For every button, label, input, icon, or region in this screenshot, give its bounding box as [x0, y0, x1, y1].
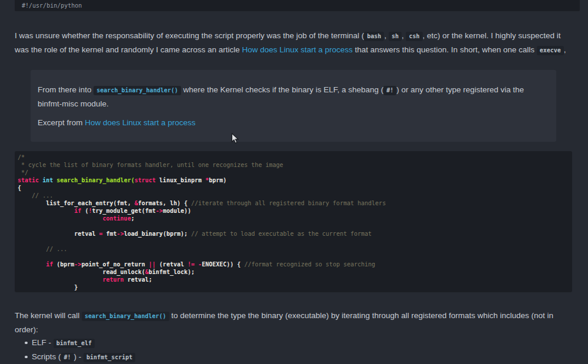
text-segment: ELF -: [32, 338, 54, 347]
code-line: * cycle the list of binary formats handl…: [18, 161, 572, 169]
shebang-code-block: #!/usr/bin/python: [15, 0, 580, 11]
explanation-paragraph: The kernel will call search_binary_handl…: [15, 309, 573, 336]
code-line: read_unlock(&binfmt_lock);: [18, 268, 572, 276]
quote-attribution: Excerpt from How does Linux start a proc…: [38, 116, 533, 129]
inline-code: execve: [537, 46, 564, 55]
shebang-code-text: #!/usr/bin/python: [15, 2, 82, 9]
text-segment: From there into: [38, 85, 93, 94]
text-segment: where the Kernel checks if the binary is…: [181, 85, 383, 94]
inline-code: sh: [389, 32, 402, 41]
inline-code: #!: [61, 353, 74, 362]
text-segment: that answers this question. In short, wh…: [353, 45, 537, 54]
code-line: list_for_each_entry(fmt, &formats, lh) {…: [18, 199, 572, 207]
text-segment: I was unsure whether the responsability …: [15, 31, 364, 40]
code-line: static int search_binary_handler(struct …: [18, 176, 572, 184]
code-line: */: [18, 169, 572, 176]
code-line: // ...: [18, 245, 572, 253]
code-line: // ...: [18, 192, 572, 199]
quote-paragraph: From there into search_binary_handler() …: [38, 83, 533, 111]
inline-code: csh: [406, 32, 422, 41]
inline-code: search_binary_handler(): [93, 86, 181, 95]
code-line: return retval;: [18, 276, 572, 283]
code-line: /*: [18, 153, 572, 161]
inline-code: binfmt_elf: [54, 339, 95, 348]
inline-code: bash: [364, 32, 384, 41]
text-segment: ,: [384, 31, 389, 40]
code-line: if (bprm->point_of_no_return || (retval …: [18, 261, 572, 268]
code-line: [18, 253, 572, 261]
code-line: [18, 238, 572, 245]
text-segment: ) -: [74, 352, 84, 361]
text-segment: Excerpt from: [38, 118, 85, 127]
inline-code: search_binary_handler(): [82, 312, 169, 321]
inline-link[interactable]: How does Linux start a process: [242, 45, 352, 54]
formats-list: ELF - binfmt_elf Scripts (#!) - binfmt_s…: [15, 336, 573, 364]
code-line: retval = fmt->load_binary(bprm); // atte…: [18, 230, 572, 238]
list-item: Scripts (#!) - binfmt_script: [15, 350, 573, 364]
code-line: [18, 222, 572, 230]
code-line: if (!try_module_get(fmt->module)): [18, 207, 572, 215]
inline-code: binfmt_script: [83, 353, 135, 362]
article-page: { "theme": { "bg": "#262a32", "text": "#…: [0, 0, 588, 364]
code-line: }: [18, 283, 572, 291]
inline-link[interactable]: How does Linux start a process: [85, 118, 195, 127]
quote-panel: From there into search_binary_handler() …: [31, 70, 556, 142]
text-segment: ,: [564, 45, 566, 54]
text-segment: Scripts (: [32, 352, 61, 361]
kernel-code-block: /* * cycle the list of binary formats ha…: [15, 151, 572, 292]
list-item: ELF - binfmt_elf: [15, 336, 573, 350]
inline-code: #!: [383, 86, 396, 95]
code-line: continue;: [18, 215, 572, 222]
intro-paragraph: I was unsure whether the responsability …: [15, 29, 573, 57]
code-line: {: [18, 184, 572, 192]
text-segment: The kernel will call: [15, 311, 82, 320]
